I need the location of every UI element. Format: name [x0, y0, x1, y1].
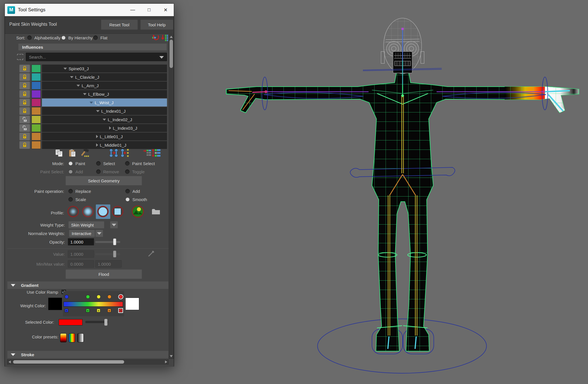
scroll-up-icon[interactable] — [170, 36, 173, 38]
reset-tool-button[interactable]: Reset Tool — [101, 20, 138, 30]
influence-color-swatch[interactable] — [31, 141, 41, 149]
ramp-stop-interp-box[interactable]: ✕ — [65, 309, 68, 312]
browse-profile-folder-icon[interactable] — [151, 208, 160, 215]
radio-selected-icon[interactable] — [68, 161, 73, 166]
color-preset-fire[interactable] — [60, 333, 67, 342]
move-influence-left-icon[interactable] — [143, 149, 151, 157]
ramp-stop-interp-box[interactable]: ✕ — [97, 309, 100, 312]
move-influence-updown-icon[interactable] — [152, 149, 162, 157]
expand-triangle-icon[interactable] — [83, 93, 86, 95]
sort-option-flat[interactable]: Flat — [93, 35, 107, 41]
radio-selected-icon[interactable] — [61, 35, 66, 40]
influence-lock-button-locked[interactable] — [19, 141, 30, 149]
ramp-stop-interp-box[interactable]: ✕ — [86, 309, 90, 312]
influence-row-L_Index03_J[interactable]: L_Index03_J — [18, 124, 167, 132]
influence-lock-button-locked[interactable] — [19, 107, 30, 115]
brush-profile-soft[interactable] — [82, 206, 94, 217]
radio-unselected-icon[interactable] — [93, 35, 98, 40]
influence-lock-button-unlocked[interactable] — [19, 124, 30, 132]
opacity-input[interactable] — [68, 238, 94, 246]
influence-lock-button-locked[interactable] — [19, 73, 30, 81]
influence-row-L_Wrist_J[interactable]: L_Wrist_J — [18, 99, 167, 106]
brush-profile-gaussian[interactable] — [67, 206, 79, 217]
radio-unselected-icon[interactable] — [125, 161, 130, 166]
influence-color-swatch[interactable] — [31, 99, 41, 106]
ramp-stop-handle-selected[interactable] — [119, 295, 123, 299]
flood-button[interactable]: Flood — [65, 269, 142, 279]
influence-name-cell[interactable]: L_Index02_J — [42, 116, 167, 123]
ramp-stop-handle[interactable] — [97, 295, 101, 299]
opacity-slider-track[interactable] — [95, 241, 120, 243]
close-button[interactable]: ✕ — [157, 4, 174, 16]
sort-influences-icon[interactable] — [161, 34, 168, 42]
paint_operation-option-scale[interactable]: Scale — [68, 196, 86, 202]
selected-color-slider-handle[interactable] — [104, 319, 107, 326]
influence-color-swatch[interactable] — [31, 116, 41, 123]
influence-name-cell[interactable]: L_Index01_J — [42, 107, 167, 115]
ramp-stop-handle[interactable] — [86, 295, 90, 299]
prune-weights-hammer-icon[interactable] — [80, 149, 89, 157]
influence-name-cell[interactable]: L_Clavicle_J — [42, 73, 167, 81]
marquee-select-icon[interactable] — [16, 53, 24, 61]
influence-row-L_Middle01_J[interactable]: L_Middle01_J — [18, 141, 167, 149]
expand-triangle-icon[interactable] — [96, 110, 100, 112]
character-mesh[interactable] — [224, 71, 581, 354]
search-dropdown-icon[interactable] — [159, 56, 164, 59]
ramp-stop-interp-box-selected[interactable]: ✕ — [119, 309, 122, 312]
ramp-stop-interp-box[interactable]: ✕ — [107, 309, 111, 312]
influence-lock-button-locked[interactable] — [19, 65, 30, 72]
brush-profile-solid[interactable] — [97, 206, 109, 217]
search-input[interactable] — [28, 53, 150, 61]
influence-name-cell[interactable]: Spine03_J — [42, 65, 167, 72]
color-preset-grayscale[interactable] — [77, 333, 84, 342]
expand-triangle-icon[interactable] — [77, 85, 80, 87]
horizontal-scrollbar[interactable] — [7, 359, 169, 364]
brush-profile-square[interactable] — [112, 206, 123, 217]
influence-row-L_Elbow_J[interactable]: L_Elbow_J — [18, 90, 167, 98]
expand-triangle-icon[interactable] — [103, 119, 106, 121]
collapse-triangle-icon[interactable] — [96, 135, 98, 138]
color-preset-rainbow[interactable] — [69, 333, 75, 342]
influence-name-cell[interactable]: L_Arm_J — [42, 82, 167, 89]
influence-lock-button-locked[interactable] — [19, 133, 30, 140]
influence-color-swatch[interactable] — [31, 73, 41, 81]
influence-color-swatch[interactable] — [31, 107, 41, 115]
influence-color-swatch[interactable] — [31, 90, 41, 98]
expand-triangle-icon[interactable] — [64, 68, 67, 70]
ramp-stop-handle[interactable] — [65, 295, 69, 299]
influence-name-cell[interactable]: L_Little01_J — [42, 133, 167, 140]
scroll-right-icon[interactable] — [165, 360, 167, 363]
influence-row-L_Index02_J[interactable]: L_Index02_J — [18, 116, 167, 123]
collapse-triangle-icon[interactable] — [96, 143, 98, 147]
tool-help-button[interactable]: Tool Help — [140, 20, 173, 30]
paste-influence-icon[interactable] — [68, 149, 76, 157]
ramp-stop-handle[interactable] — [107, 295, 111, 299]
influence-color-swatch[interactable] — [31, 65, 41, 72]
influence-row-L_Little01_J[interactable]: L_Little01_J — [18, 133, 167, 140]
vscroll-thumb[interactable] — [170, 40, 173, 68]
weight-type-dropdown[interactable]: Skin Weight — [68, 221, 104, 229]
scroll-left-icon[interactable] — [9, 360, 11, 363]
vertical-scrollbar[interactable] — [169, 34, 174, 359]
paint_operation-option-smooth[interactable]: Smooth — [125, 196, 147, 202]
radio-unselected-icon[interactable] — [96, 161, 101, 166]
radio-unselected-icon[interactable] — [27, 35, 32, 40]
influence-row-Spine03_J[interactable]: Spine03_J — [18, 65, 167, 72]
ramp-end-color-swatch[interactable] — [125, 298, 139, 310]
gradient-section-header[interactable]: Gradient — [7, 281, 169, 289]
minimize-button[interactable]: — — [124, 4, 141, 16]
sort-option-by-hierarchy[interactable]: By Hierarchy — [61, 35, 93, 41]
copy-vertex-weights-icon[interactable] — [120, 148, 130, 157]
ramp-start-color-swatch[interactable] — [48, 298, 62, 310]
weight-type-dropdown-button[interactable] — [110, 221, 118, 229]
hscroll-thumb[interactable] — [13, 360, 124, 364]
influence-lock-button-locked[interactable] — [19, 99, 30, 106]
influence-lock-button-locked[interactable] — [19, 90, 30, 98]
influence-lock-button-locked[interactable] — [19, 82, 30, 89]
influence-row-L_Arm_J[interactable]: L_Arm_J — [18, 82, 167, 89]
stroke-section-header[interactable]: Stroke — [7, 351, 169, 359]
mirror-weights-icon[interactable] — [109, 148, 118, 157]
scroll-down-icon[interactable] — [170, 355, 173, 357]
influence-color-swatch[interactable] — [31, 133, 41, 140]
influence-name-cell[interactable]: L_Middle01_J — [42, 141, 167, 149]
